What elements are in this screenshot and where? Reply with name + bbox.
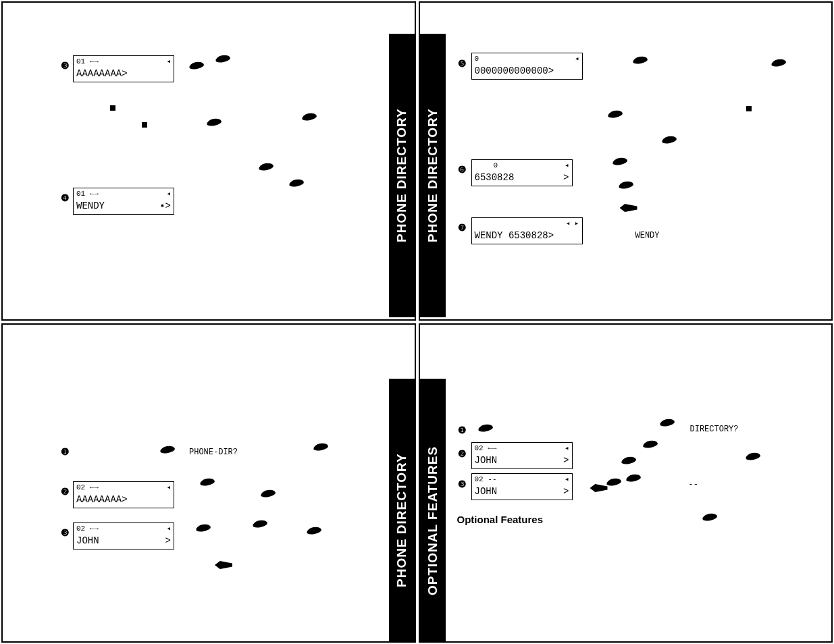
leaf-icon xyxy=(196,525,211,533)
lcd-text: > xyxy=(165,536,171,546)
step-number: ❸ xyxy=(457,479,468,489)
lcd-text: 0000000000000> xyxy=(475,66,554,76)
lcd-text: 0 xyxy=(494,161,498,172)
lcd-arrow: ◂ xyxy=(565,475,569,486)
lcd-display: 02 ←→◂ AAAAAAAA> xyxy=(73,481,174,508)
step-number: ❹ xyxy=(59,192,70,203)
panel-top-left: PHONE DIRECTORY ❸ 01 ←→◂ AAAAAAAA> ❹ 01 … xyxy=(1,1,416,321)
page-grid: PHONE DIRECTORY ❸ 01 ←→◂ AAAAAAAA> ❹ 01 … xyxy=(0,0,834,644)
leaf-icon xyxy=(307,527,321,535)
leaf-icon xyxy=(662,136,677,144)
lcd-text: 02 ←→ xyxy=(76,483,99,494)
leaf-icon xyxy=(160,446,175,454)
square-glyph xyxy=(142,122,147,128)
leaf-icon xyxy=(289,180,304,188)
leaf-icon xyxy=(702,514,717,522)
lcd-text: 02 ←→ xyxy=(76,525,99,535)
step-number: ❷ xyxy=(59,486,70,497)
panel-bottom-left: PHONE DIRECTORY ❶ PHONE-DIR? ❷ 02 ←→◂ AA… xyxy=(1,323,416,643)
lcd-arrow: ◂ xyxy=(565,444,569,455)
lcd-arrow: ◂ xyxy=(565,161,569,172)
leaf-icon xyxy=(200,479,215,487)
drop-icon xyxy=(215,561,232,569)
lcd-text: 0 xyxy=(475,55,479,65)
leaf-icon xyxy=(660,419,675,427)
lcd-display: ◂ ▸ WENDY 6530828> xyxy=(471,217,583,244)
leaf-icon xyxy=(643,441,658,449)
lcd-arrow: ◂ ▸ xyxy=(566,219,579,230)
leaf-icon xyxy=(613,158,627,166)
square-glyph xyxy=(746,106,752,111)
step-number: ❸ xyxy=(59,527,70,538)
note-text: PHONE-DIR? xyxy=(189,448,238,457)
panel-top-right: PHONE DIRECTORY ❺ 0◂ 0000000000000> ❻ 0◂… xyxy=(419,1,833,321)
leaf-icon xyxy=(746,453,760,461)
leaf-icon xyxy=(207,119,221,127)
leaf-icon xyxy=(302,113,317,122)
leaf-icon xyxy=(313,444,328,452)
lcd-text: 6530828 xyxy=(475,173,515,183)
lcd-arrow: ◂ xyxy=(166,525,171,535)
lcd-text: JOHN xyxy=(76,536,99,546)
step-number: ❶ xyxy=(59,446,70,457)
leaf-icon xyxy=(189,62,204,70)
lcd-arrow: ◂ xyxy=(166,57,171,68)
step-number: ❼ xyxy=(457,222,468,233)
lcd-text: WENDY xyxy=(76,201,105,211)
drop-icon xyxy=(590,484,608,492)
lcd-display: 0◂ 6530828> xyxy=(471,159,573,186)
leaf-icon xyxy=(253,520,267,529)
note-text: -- xyxy=(689,480,698,489)
note-text: WENDY xyxy=(635,231,660,240)
drop-icon xyxy=(620,204,637,212)
lcd-text: 02 -- xyxy=(475,475,497,486)
lcd-text: > xyxy=(563,456,569,466)
step-number: ❸ xyxy=(59,60,70,71)
lcd-arrow: ◂ xyxy=(166,483,171,494)
step-number: ❶ xyxy=(457,425,468,435)
lcd-display: 02 ←→◂ JOHN> xyxy=(73,522,174,549)
lcd-text: WENDY 6530828> xyxy=(475,231,554,241)
lcd-text: 01 ←→ xyxy=(76,57,99,68)
tab-phone-directory: PHONE DIRECTORY xyxy=(389,379,415,643)
lcd-text: AAAAAAAA> xyxy=(76,495,128,505)
leaf-icon xyxy=(626,475,641,483)
tab-phone-directory: PHONE DIRECTORY xyxy=(420,34,446,317)
leaf-icon xyxy=(771,59,786,68)
leaf-icon xyxy=(633,57,648,65)
lcd-arrow: ◂ xyxy=(166,190,171,200)
lcd-text: JOHN xyxy=(475,456,498,466)
leaf-icon xyxy=(261,490,276,498)
leaf-icon xyxy=(606,479,621,487)
leaf-icon xyxy=(259,163,273,171)
step-number: ❷ xyxy=(457,448,468,459)
square-glyph xyxy=(110,105,115,111)
tab-phone-directory: PHONE DIRECTORY xyxy=(389,34,415,317)
step-number: ❺ xyxy=(457,58,468,69)
lcd-text: ▪> xyxy=(159,201,171,211)
leaf-icon xyxy=(608,111,623,119)
step-number: ❻ xyxy=(457,164,468,175)
lcd-text: 02 ←→ xyxy=(475,444,497,455)
lcd-text: > xyxy=(563,173,569,183)
lcd-display: 02 --◂ JOHN> xyxy=(471,473,573,500)
lcd-text: 01 ←→ xyxy=(76,190,99,200)
leaf-icon xyxy=(621,457,636,465)
leaf-icon xyxy=(619,182,633,190)
lcd-text: AAAAAAAA> xyxy=(76,69,128,79)
note-text: DIRECTORY? xyxy=(690,425,739,434)
lcd-display: 01 ←→◂ AAAAAAAA> xyxy=(73,55,174,82)
tab-optional-features: OPTIONAL FEATURES xyxy=(420,379,446,643)
lcd-display: 0◂ 0000000000000> xyxy=(471,53,583,80)
lcd-display: 01 ←→◂ WENDY▪> xyxy=(73,188,174,215)
panel-bottom-right: OPTIONAL FEATURES ❶ DIRECTORY? ❷ 02 ←→◂ … xyxy=(419,323,833,643)
lcd-text: JOHN xyxy=(475,487,498,497)
lcd-display: 02 ←→◂ JOHN> xyxy=(471,442,573,469)
lcd-arrow: ◂ xyxy=(575,55,579,65)
section-header: Optional Features xyxy=(457,514,544,525)
leaf-icon xyxy=(215,55,230,63)
lcd-text: > xyxy=(563,487,569,497)
leaf-icon xyxy=(478,425,493,433)
